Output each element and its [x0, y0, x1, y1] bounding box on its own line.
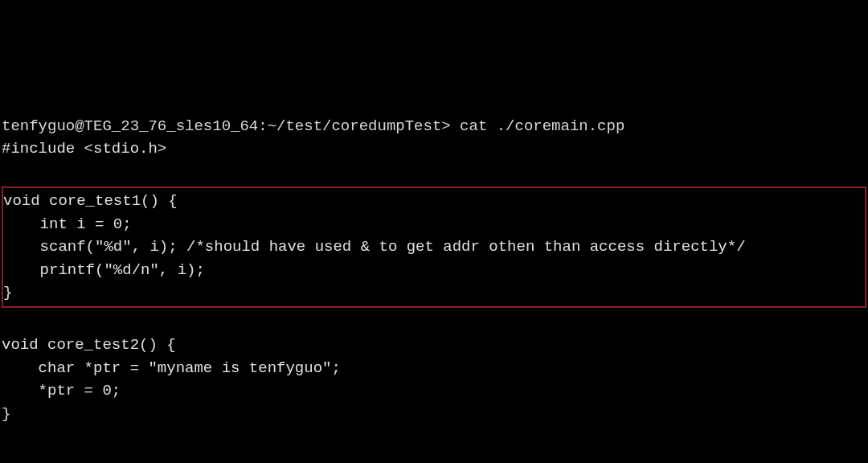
func2-close: }	[2, 405, 10, 423]
include-line: #include <stdio.h>	[2, 140, 166, 158]
func1-signature: void core_test1() {	[3, 192, 178, 210]
highlighted-code-block: void core_test1() { int i = 0; scanf("%d…	[2, 186, 866, 308]
terminal-output: tenfyguo@TEG_23_76_sles10_64:~/test/core…	[0, 92, 868, 463]
func1-line2: scanf("%d", i); /*should have used & to …	[3, 238, 746, 256]
func1-line3: printf("%d/n", i);	[3, 261, 205, 279]
func1-line1: int i = 0;	[3, 215, 132, 233]
func2-line2: *ptr = 0;	[2, 382, 121, 399]
func1-close: }	[3, 284, 12, 301]
func2-signature: void core_test2() {	[2, 336, 176, 354]
command-prompt-line: tenfyguo@TEG_23_76_sles10_64:~/test/core…	[2, 117, 624, 135]
func2-line1: char *ptr = "myname is tenfyguo";	[2, 359, 341, 377]
